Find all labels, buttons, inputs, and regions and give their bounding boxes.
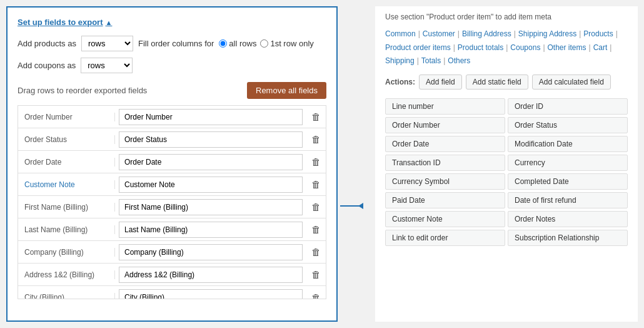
field-row: Order Number🗑 [18,106,326,128]
delete-field-button[interactable]: 🗑 [306,202,326,212]
field-row-label: Order Status [18,135,115,144]
action-button[interactable]: Add static field [466,74,528,90]
products-label: Add products as [18,39,76,48]
remove-all-button[interactable]: Remove all fields [247,82,326,99]
category-link[interactable]: Billing Address [462,28,511,41]
field-chip[interactable]: Order Date [385,136,505,152]
category-link[interactable]: Product order items [385,41,451,55]
field-row-input[interactable] [119,244,303,260]
field-row-input[interactable] [119,222,303,238]
fields-list: Order Number🗑Order Status🗑Order Date🗑Cus… [18,105,326,299]
category-separator: | [417,54,419,68]
first-row-radio[interactable] [260,39,268,48]
actions-label: Actions: [385,78,415,86]
category-separator: | [514,28,516,41]
delete-field-button[interactable]: 🗑 [306,179,326,190]
fill-radio-group: all rows 1st row only [219,39,313,48]
delete-field-button[interactable]: 🗑 [306,134,326,145]
field-row: Order Status🗑 [18,128,326,151]
category-link[interactable]: Shipping [385,54,415,68]
field-row-label: Customer Note [18,180,115,189]
field-row-input[interactable] [119,131,303,148]
field-row: Order Date🗑 [18,151,326,173]
field-row: Customer Note🗑 [18,173,326,196]
category-link[interactable]: Common [385,28,416,41]
drag-header: Drag rows to reorder exported fields Rem… [18,82,326,99]
field-chip[interactable]: Paid Date [385,192,505,208]
first-row-label: 1st row only [270,39,313,48]
field-chip[interactable]: Order ID [508,98,628,115]
field-chip[interactable]: Modification Date [508,136,628,152]
products-row: Add products as rows columns Fill order … [18,36,326,51]
first-row-radio-label[interactable]: 1st row only [260,39,313,48]
delete-field-button[interactable]: 🗑 [306,156,326,167]
field-row-input[interactable] [119,154,303,170]
arrow-line-icon [340,205,363,207]
action-button[interactable]: Add calculated field [532,74,611,90]
delete-field-button[interactable]: 🗑 [306,224,326,235]
field-chip[interactable]: Subscription Relationship [508,230,628,246]
field-chip[interactable]: Transaction ID [385,155,505,171]
coupons-select[interactable]: rows columns [81,58,133,73]
left-panel: Set up fields to export ▲ Add products a… [6,6,338,322]
field-row-label: Address 1&2 (Billing) [18,270,115,279]
category-separator: | [443,54,445,68]
field-chip[interactable]: Order Status [508,117,628,133]
delete-field-button[interactable]: 🗑 [306,247,326,257]
action-button[interactable]: Add field [419,74,462,90]
category-link[interactable]: Other items [548,41,586,55]
field-chip[interactable]: Order Notes [508,211,628,227]
category-link[interactable]: Customer [423,28,455,41]
category-link[interactable]: Product totals [458,41,503,55]
category-separator: | [616,28,618,41]
delete-field-button[interactable]: 🗑 [306,111,326,122]
category-link[interactable]: Totals [421,54,441,68]
delete-field-button[interactable]: 🗑 [306,292,326,300]
drag-title: Drag rows to reorder exported fields [18,86,147,95]
field-row-input[interactable] [119,177,303,193]
info-text: Use section "Product order item" to add … [385,13,628,21]
category-links: Common|Customer|Billing Address|Shipping… [385,28,628,68]
field-chip[interactable]: Completed Date [508,173,628,190]
field-row-input[interactable] [119,109,303,125]
all-rows-radio-label[interactable]: all rows [219,39,256,48]
field-row: Company (Billing)🗑 [18,241,326,264]
arrow-indicator [340,205,363,207]
setup-title[interactable]: Set up fields to export ▲ [18,18,326,27]
category-link[interactable]: Coupons [510,41,540,55]
field-row-input[interactable] [119,267,303,283]
field-row-label: Order Number [18,113,115,121]
field-chip[interactable]: Order Number [385,117,505,133]
products-select[interactable]: rows columns [81,36,133,51]
category-link[interactable]: Others [448,54,470,68]
category-link[interactable]: Products [583,28,613,41]
setup-title-text: Set up fields to export [18,18,103,27]
field-row-label: Company (Billing) [18,248,115,257]
field-chip[interactable]: Currency Symbol [385,173,505,190]
field-row: Last Name (Billing)🗑 [18,218,326,241]
field-row: City (Billing)🗑 [18,286,326,299]
field-row-label: City (Billing) [18,293,115,299]
field-chip[interactable]: Customer Note [385,211,505,227]
field-row-input[interactable] [119,199,303,215]
category-separator: | [610,41,611,55]
coupons-label: Add coupons as [18,61,76,70]
field-chip[interactable]: Currency [508,155,628,171]
field-chip[interactable]: Date of first refund [508,192,628,208]
category-separator: | [579,28,581,41]
field-row: First Name (Billing)🗑 [18,196,326,218]
actions-row: Actions: Add fieldAdd static fieldAdd ca… [385,74,628,90]
all-rows-radio[interactable] [219,39,227,48]
category-link[interactable]: Shipping Address [518,28,576,41]
field-row: Address 1&2 (Billing)🗑 [18,264,326,286]
field-row-label: First Name (Billing) [18,203,115,212]
category-separator: | [506,41,508,55]
field-chip[interactable]: Line number [385,98,505,115]
field-chip[interactable]: Link to edit order [385,230,505,246]
category-separator: | [418,28,420,41]
fill-label: Fill order columns for [138,39,214,48]
category-link[interactable]: Cart [593,41,608,55]
category-separator: | [453,41,455,55]
delete-field-button[interactable]: 🗑 [306,269,326,280]
field-row-input[interactable] [119,289,303,299]
